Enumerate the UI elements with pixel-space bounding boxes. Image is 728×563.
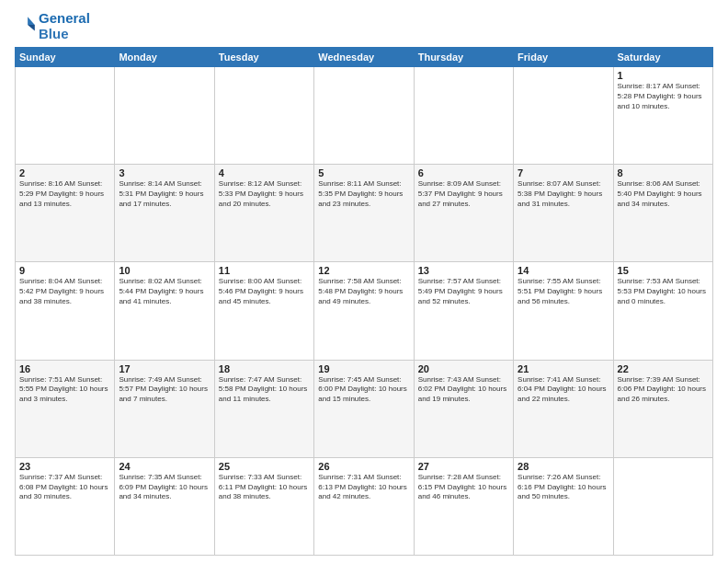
day-info: Sunrise: 7:53 AM Sunset: 5:53 PM Dayligh… — [618, 277, 709, 306]
calendar-cell: 6Sunrise: 8:09 AM Sunset: 5:37 PM Daylig… — [414, 165, 513, 262]
calendar-week-row: 2Sunrise: 8:16 AM Sunset: 5:29 PM Daylig… — [16, 165, 713, 262]
calendar-cell: 13Sunrise: 7:57 AM Sunset: 5:49 PM Dayli… — [414, 262, 513, 360]
day-number: 3 — [119, 167, 210, 178]
day-number: 10 — [119, 265, 210, 276]
day-info: Sunrise: 8:00 AM Sunset: 5:46 PM Dayligh… — [219, 277, 310, 306]
calendar-cell: 27Sunrise: 7:28 AM Sunset: 6:15 PM Dayli… — [414, 457, 513, 555]
day-info: Sunrise: 7:26 AM Sunset: 6:16 PM Dayligh… — [518, 473, 609, 502]
day-info: Sunrise: 8:11 AM Sunset: 5:35 PM Dayligh… — [318, 179, 409, 209]
day-info: Sunrise: 8:02 AM Sunset: 5:44 PM Dayligh… — [119, 277, 210, 306]
calendar-cell: 18Sunrise: 7:47 AM Sunset: 5:58 PM Dayli… — [214, 360, 313, 457]
weekday-header-tuesday: Tuesday — [214, 48, 313, 67]
calendar-cell: 16Sunrise: 7:51 AM Sunset: 5:55 PM Dayli… — [16, 360, 115, 457]
day-number: 17 — [119, 363, 210, 374]
calendar-cell: 17Sunrise: 7:49 AM Sunset: 5:57 PM Dayli… — [115, 360, 214, 457]
calendar-cell: 10Sunrise: 8:02 AM Sunset: 5:44 PM Dayli… — [115, 262, 214, 360]
day-info: Sunrise: 8:12 AM Sunset: 5:33 PM Dayligh… — [219, 179, 310, 209]
calendar-table: SundayMondayTuesdayWednesdayThursdayFrid… — [15, 47, 713, 556]
day-info: Sunrise: 8:09 AM Sunset: 5:37 PM Dayligh… — [418, 179, 509, 209]
svg-marker-0 — [28, 17, 35, 25]
weekday-header-friday: Friday — [514, 48, 613, 67]
calendar-cell: 22Sunrise: 7:39 AM Sunset: 6:06 PM Dayli… — [613, 360, 712, 457]
day-number: 21 — [518, 363, 609, 374]
calendar-body: 1Sunrise: 8:17 AM Sunset: 5:28 PM Daylig… — [16, 67, 713, 556]
day-number: 16 — [19, 363, 110, 374]
day-info: Sunrise: 7:51 AM Sunset: 5:55 PM Dayligh… — [19, 375, 110, 405]
calendar-cell: 5Sunrise: 8:11 AM Sunset: 5:35 PM Daylig… — [314, 165, 414, 262]
calendar-cell: 25Sunrise: 7:33 AM Sunset: 6:11 PM Dayli… — [214, 457, 313, 555]
day-number: 7 — [518, 167, 609, 178]
day-info: Sunrise: 7:28 AM Sunset: 6:15 PM Dayligh… — [418, 473, 509, 502]
weekday-header-wednesday: Wednesday — [314, 48, 414, 67]
day-number: 28 — [518, 461, 609, 472]
calendar-week-row: 16Sunrise: 7:51 AM Sunset: 5:55 PM Dayli… — [16, 360, 713, 457]
day-number: 19 — [318, 363, 409, 374]
calendar-cell — [314, 67, 414, 165]
calendar-cell: 4Sunrise: 8:12 AM Sunset: 5:33 PM Daylig… — [214, 165, 313, 262]
calendar-cell: 21Sunrise: 7:41 AM Sunset: 6:04 PM Dayli… — [514, 360, 613, 457]
day-number: 13 — [418, 265, 509, 276]
calendar-cell: 3Sunrise: 8:14 AM Sunset: 5:31 PM Daylig… — [115, 165, 214, 262]
weekday-header-monday: Monday — [115, 48, 214, 67]
day-number: 6 — [418, 167, 509, 178]
calendar-cell — [414, 67, 513, 165]
calendar-cell: 9Sunrise: 8:04 AM Sunset: 5:42 PM Daylig… — [16, 262, 115, 360]
day-info: Sunrise: 7:35 AM Sunset: 6:09 PM Dayligh… — [119, 473, 210, 502]
calendar-cell: 11Sunrise: 8:00 AM Sunset: 5:46 PM Dayli… — [214, 262, 313, 360]
day-info: Sunrise: 8:06 AM Sunset: 5:40 PM Dayligh… — [618, 179, 709, 209]
day-number: 22 — [618, 363, 709, 374]
day-number: 15 — [618, 265, 709, 276]
calendar-cell: 14Sunrise: 7:55 AM Sunset: 5:51 PM Dayli… — [514, 262, 613, 360]
calendar-cell: 1Sunrise: 8:17 AM Sunset: 5:28 PM Daylig… — [613, 67, 712, 165]
day-info: Sunrise: 7:43 AM Sunset: 6:02 PM Dayligh… — [418, 375, 509, 405]
day-info: Sunrise: 8:07 AM Sunset: 5:38 PM Dayligh… — [518, 179, 609, 209]
day-number: 1 — [618, 70, 709, 81]
day-info: Sunrise: 8:16 AM Sunset: 5:29 PM Dayligh… — [19, 179, 110, 209]
day-number: 20 — [418, 363, 509, 374]
day-info: Sunrise: 7:37 AM Sunset: 6:08 PM Dayligh… — [19, 473, 110, 502]
day-info: Sunrise: 7:55 AM Sunset: 5:51 PM Dayligh… — [518, 277, 609, 306]
weekday-header-thursday: Thursday — [414, 48, 513, 67]
calendar-cell — [613, 457, 712, 555]
calendar-header-row: SundayMondayTuesdayWednesdayThursdayFrid… — [16, 48, 713, 67]
calendar-cell: 8Sunrise: 8:06 AM Sunset: 5:40 PM Daylig… — [613, 165, 712, 262]
day-number: 11 — [219, 265, 310, 276]
day-number: 18 — [219, 363, 310, 374]
day-info: Sunrise: 7:45 AM Sunset: 6:00 PM Dayligh… — [318, 375, 409, 405]
weekday-header-sunday: Sunday — [16, 48, 115, 67]
logo-text-line2: Blue — [39, 27, 90, 42]
calendar-cell: 28Sunrise: 7:26 AM Sunset: 6:16 PM Dayli… — [514, 457, 613, 555]
calendar-week-row: 9Sunrise: 8:04 AM Sunset: 5:42 PM Daylig… — [16, 262, 713, 360]
calendar-cell: 15Sunrise: 7:53 AM Sunset: 5:53 PM Dayli… — [613, 262, 712, 360]
day-number: 4 — [219, 167, 310, 178]
calendar-cell — [514, 67, 613, 165]
calendar-cell: 2Sunrise: 8:16 AM Sunset: 5:29 PM Daylig… — [16, 165, 115, 262]
day-number: 25 — [219, 461, 310, 472]
calendar-cell: 20Sunrise: 7:43 AM Sunset: 6:02 PM Dayli… — [414, 360, 513, 457]
day-number: 23 — [19, 461, 110, 472]
day-info: Sunrise: 8:17 AM Sunset: 5:28 PM Dayligh… — [618, 82, 709, 111]
calendar-cell: 24Sunrise: 7:35 AM Sunset: 6:09 PM Dayli… — [115, 457, 214, 555]
day-number: 9 — [19, 265, 110, 276]
day-number: 26 — [318, 461, 409, 472]
day-number: 27 — [418, 461, 509, 472]
day-number: 8 — [618, 167, 709, 178]
calendar-week-row: 23Sunrise: 7:37 AM Sunset: 6:08 PM Dayli… — [16, 457, 713, 555]
day-info: Sunrise: 7:47 AM Sunset: 5:58 PM Dayligh… — [219, 375, 310, 405]
page: General Blue SundayMondayTuesdayWednesda… — [0, 0, 728, 563]
calendar-cell: 12Sunrise: 7:58 AM Sunset: 5:48 PM Dayli… — [314, 262, 414, 360]
calendar-week-row: 1Sunrise: 8:17 AM Sunset: 5:28 PM Daylig… — [16, 67, 713, 165]
day-info: Sunrise: 7:33 AM Sunset: 6:11 PM Dayligh… — [219, 473, 310, 502]
day-info: Sunrise: 7:41 AM Sunset: 6:04 PM Dayligh… — [518, 375, 609, 405]
day-number: 24 — [119, 461, 210, 472]
day-info: Sunrise: 7:49 AM Sunset: 5:57 PM Dayligh… — [119, 375, 210, 405]
day-info: Sunrise: 7:58 AM Sunset: 5:48 PM Dayligh… — [318, 277, 409, 306]
day-number: 2 — [19, 167, 110, 178]
header: General Blue — [15, 11, 713, 41]
weekday-header-saturday: Saturday — [613, 48, 712, 67]
calendar-cell — [214, 67, 313, 165]
calendar-cell — [115, 67, 214, 165]
logo-icon — [17, 15, 37, 35]
svg-marker-1 — [28, 25, 35, 31]
day-number: 12 — [318, 265, 409, 276]
